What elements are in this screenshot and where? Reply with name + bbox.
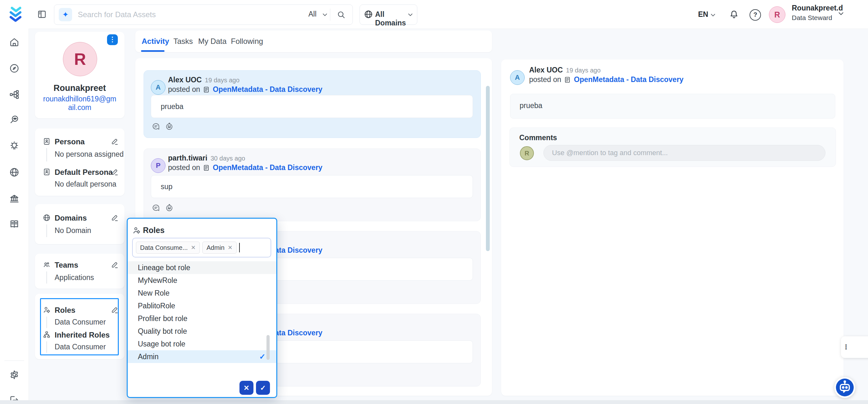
roles-option[interactable]: Quality bot role [128,325,276,338]
reply-icon[interactable] [152,122,160,131]
edge-widget[interactable]: ⁝ [841,336,868,358]
indent-line [46,317,47,328]
domain-selector-label: All Domains [375,10,417,27]
openmetadata-app: ✦ All All Domains EN ? [0,0,868,404]
comment-input[interactable] [544,145,826,161]
edit-roles-icon[interactable] [111,306,119,314]
profile-email-link[interactable]: rounakdhillon619@gmail.com [35,95,124,112]
user-menu-chevron-icon[interactable] [838,12,843,15]
search-icon[interactable] [336,10,346,19]
avatar: R [520,146,534,160]
post-target-link[interactable]: OpenMetadata - Data Discovery [213,85,322,94]
roles-icon [42,306,51,314]
openmetadata-logo[interactable] [7,4,27,24]
domains-title: Domains [55,213,87,223]
global-search-bar[interactable]: ✦ All [54,4,353,25]
language-selector[interactable]: EN [698,10,708,19]
tab-following[interactable]: Following [231,37,263,46]
ai-search-icon[interactable]: ✦ [59,8,72,21]
remove-chip-icon[interactable]: ✕ [228,244,232,251]
edge-widget-icon: ⁝ [845,343,847,351]
post-message: prueba [520,102,542,110]
persona-value: No persona assigned [55,150,124,158]
teams-title: Teams [55,261,78,269]
profile-card: ⋮ R Rounakpreet rounakdhillon619@gmail.c… [35,32,124,118]
tab-tasks[interactable]: Tasks [174,37,193,46]
active-tab-underline [141,50,164,52]
explore-icon[interactable] [9,63,20,74]
roles-option[interactable]: Usage bot role [128,338,276,350]
inherited-roles-value: Data Consumer [55,343,106,351]
settings-icon[interactable] [9,369,20,380]
post-target-link[interactable]: OpenMetadata - Data Discovery [213,163,322,172]
profile-kebab-menu-button[interactable]: ⋮ [107,34,118,45]
post-message-box: prueba [151,95,473,118]
feed-post[interactable]: P parth.tiwari30 days ago posted on Open… [144,148,481,221]
edit-default-persona-icon[interactable] [111,168,119,176]
post-message-box: sup [151,175,473,198]
teams-value[interactable]: Applications [55,273,94,282]
post-author[interactable]: parth.tiwari30 days ago [168,154,245,163]
avatar: P [151,158,165,173]
support-chat-button[interactable] [834,377,855,398]
post-author[interactable]: Alex UOC19 days ago [168,76,240,84]
inherited-roles-title: Inherited Roles [55,330,110,340]
help-icon[interactable]: ? [749,9,761,21]
chevron-down-icon [323,13,327,16]
roles-multiselect[interactable]: Data Consume... ✕ Admin ✕ [132,238,271,257]
tab-activity[interactable]: Activity [142,37,169,46]
post-author[interactable]: Alex UOC19 days ago [529,66,600,75]
roles-option[interactable]: Lineage bot role [128,261,276,274]
domains-icon[interactable] [9,167,20,178]
incident-manager-icon[interactable] [9,114,20,125]
globe-icon [364,9,373,19]
left-nav-rail [0,29,29,404]
reaction-emoji-icon[interactable] [165,203,174,212]
teams-card: Teams Applications [35,254,124,289]
post-action: posted on [168,163,200,172]
edit-persona-icon[interactable] [111,137,119,146]
roles-option[interactable]: New Role [128,287,276,299]
post-message-box [510,94,835,119]
selected-role-chip: Data Consume... ✕ [136,241,200,254]
home-icon[interactable] [9,37,20,48]
search-input[interactable] [77,7,301,23]
roles-option[interactable]: MyNewRole [128,274,276,287]
check-icon: ✓ [259,350,266,363]
domain-selector[interactable]: All Domains [360,4,417,25]
feed-scrollbar[interactable] [486,86,490,251]
chat-bot-icon [836,379,854,396]
bottom-strip [0,400,868,404]
top-navigation-bar: ✦ All All Domains EN ? [0,0,868,29]
remove-chip-icon[interactable]: ✕ [191,244,196,251]
edit-teams-icon[interactable] [111,261,119,269]
cancel-button[interactable]: ✕ [240,381,253,395]
governance-icon[interactable] [9,193,20,204]
profile-tabs-bar: Activity Tasks My Data Following [135,30,492,52]
glossary-icon[interactable] [9,219,20,230]
options-scrollbar[interactable] [267,335,270,360]
user-avatar[interactable]: R [769,6,785,23]
post-actions [152,203,174,212]
post-target-link[interactable]: OpenMetadata - Data Discovery [574,75,683,84]
popup-title: Roles [143,226,164,235]
reply-icon[interactable] [152,203,160,212]
roles-option-selected[interactable]: Admin✓ [128,350,276,363]
reaction-emoji-icon[interactable] [165,122,174,131]
post-action: posted on [168,85,200,94]
observability-icon[interactable] [9,89,20,100]
notifications-bell-icon[interactable] [728,9,739,20]
insights-icon[interactable] [9,141,20,151]
roles-option[interactable]: Profiler bot role [128,312,276,325]
search-scope-dropdown[interactable]: All [308,10,317,19]
feed-post[interactable]: A Alex UOC19 days ago posted on OpenMeta… [144,70,481,138]
edit-domains-icon[interactable] [111,213,119,222]
sidebar-collapse-icon[interactable] [37,9,47,19]
roles-value: Data Consumer [55,318,106,326]
roles-option[interactable]: PablitoRole [128,299,276,312]
confirm-button[interactable]: ✓ [256,381,270,395]
tab-my-data[interactable]: My Data [198,37,226,46]
default-persona-title: Default Persona [55,168,113,177]
persona-title: Persona [55,137,85,146]
indent-line [46,224,47,237]
